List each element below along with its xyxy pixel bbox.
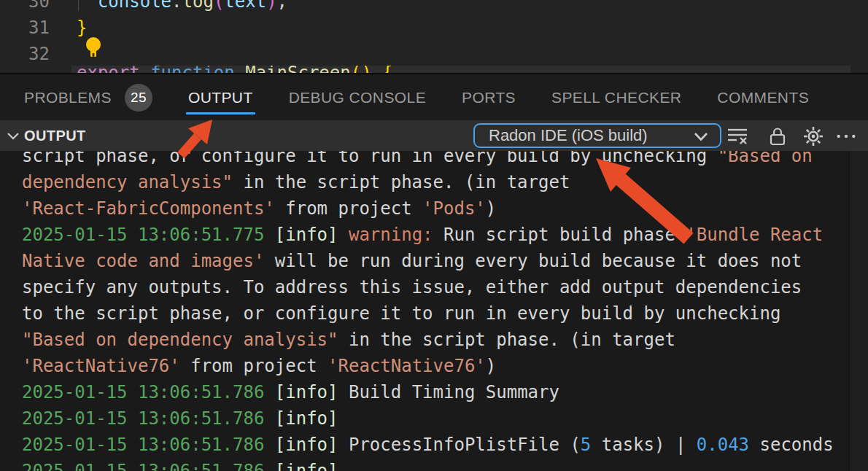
tab-label: COMMENTS (717, 89, 809, 106)
collapse-chevron-icon[interactable] (5, 129, 21, 142)
more-actions-button[interactable] (835, 125, 857, 147)
tab-label: SPELL CHECKER (551, 89, 681, 106)
tab-label: DEBUG CONSOLE (289, 89, 426, 106)
clear-output-button[interactable] (726, 125, 748, 147)
log-line: 2025-01-15 13:06:51.786 [info] (0, 405, 868, 432)
code-line[interactable]: console.log(text); (77, 0, 287, 15)
log-line: specify any outputs. To address this iss… (0, 274, 868, 300)
tab-label: PROBLEMS (24, 89, 112, 106)
log-line: script phase, or configure it to run in … (0, 151, 868, 169)
clear-output-icon (726, 126, 748, 147)
tab-debug-console[interactable]: DEBUG CONSOLE (289, 74, 426, 120)
tab-spell-checker[interactable]: SPELL CHECKER (551, 74, 681, 120)
tab-output[interactable]: OUTPUT (188, 74, 253, 120)
lock-icon (768, 126, 787, 147)
log-line: 'React-FabricComponents' from project 'P… (0, 195, 868, 222)
vertical-scrollbar[interactable] (849, 151, 868, 471)
current-line-highlight[interactable]: export function MainScreen() { (71, 66, 850, 73)
tab-label: PORTS (462, 89, 516, 106)
log-lines: script phase, or configure it to run in … (0, 151, 868, 471)
settings-button[interactable] (802, 125, 824, 147)
tab-ports[interactable]: PORTS (462, 74, 516, 120)
tab-comments[interactable]: COMMENTS (717, 74, 809, 120)
output-channel-select[interactable]: Radon IDE (iOS build) (473, 123, 721, 148)
log-line: 2025-01-15 13:06:51.775 [info] warning: … (0, 222, 868, 248)
tab-problems[interactable]: PROBLEMS 25 (24, 74, 152, 120)
problems-count-badge: 25 (125, 84, 152, 112)
active-tab-underline (186, 112, 255, 114)
log-line: to the script phase, or configure it to … (0, 300, 868, 327)
code-line[interactable]: export function MainScreen() { (77, 66, 393, 73)
panel-tab-bar: PROBLEMS 25 OUTPUT DEBUG CONSOLE PORTS S… (0, 74, 868, 120)
chevron-down-icon (694, 132, 708, 141)
line-number: 31 (0, 15, 50, 41)
lightbulb-icon[interactable] (84, 36, 103, 58)
log-line: "Based on dependency analysis" in the sc… (0, 327, 868, 353)
line-number: 32 (0, 41, 50, 67)
ellipsis-icon (835, 133, 857, 140)
log-line: 'ReactNative76' from project 'ReactNativ… (0, 353, 868, 379)
gear-icon (802, 125, 824, 147)
line-number: 30 (0, 0, 50, 15)
output-channel-value: Radon IDE (iOS build) (489, 126, 648, 144)
tab-label: OUTPUT (188, 89, 253, 106)
log-line: dependency analysis" in the script phase… (0, 169, 868, 195)
log-line: 2025-01-15 13:06:51.786 [info] (0, 458, 868, 471)
output-log[interactable]: script phase, or configure it to run in … (0, 151, 868, 471)
vscode-window: 30 31 32 console.log(text); } export fun… (0, 0, 868, 471)
log-line: Native code and images' will be run duri… (0, 248, 868, 274)
output-toolbar: OUTPUT Radon IDE (iOS build) (0, 120, 868, 151)
log-line: 2025-01-15 13:06:51.786 [info] ProcessIn… (0, 432, 868, 458)
code-editor[interactable]: 30 31 32 console.log(text); } export fun… (0, 0, 868, 73)
log-line: 2025-01-15 13:06:51.786 [info] Build Tim… (0, 379, 868, 405)
output-panel-title: OUTPUT (24, 120, 86, 151)
lock-scroll-button[interactable] (767, 125, 788, 147)
